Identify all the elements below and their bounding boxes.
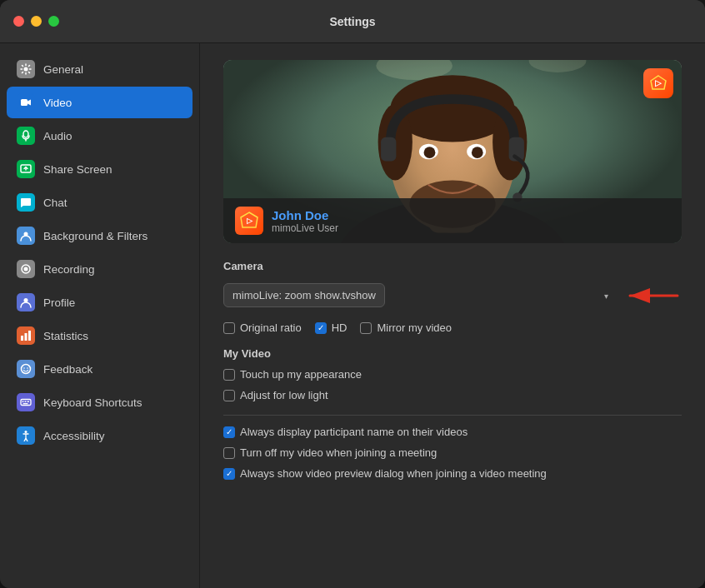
hd-checkbox[interactable] — [315, 322, 327, 334]
general-video-list: Always display participant name on their… — [223, 426, 682, 480]
svg-rect-20 — [23, 403, 28, 404]
video-options-row: Original ratio HD Mirror my video — [223, 321, 682, 334]
svg-text:▷: ▷ — [655, 78, 662, 87]
recording-label: Recording — [43, 263, 95, 276]
low-light-checkbox[interactable] — [223, 390, 235, 401]
window-controls — [13, 16, 59, 27]
statistics-icon — [17, 326, 35, 345]
svg-rect-11 — [25, 333, 28, 341]
svg-point-8 — [24, 267, 28, 272]
video-label: Video — [43, 97, 72, 109]
recording-icon — [17, 260, 35, 278]
profile-icon — [17, 293, 35, 311]
display-name-option[interactable]: Always display participant name on their… — [223, 426, 682, 438]
sidebar-item-general[interactable]: General — [7, 53, 192, 85]
turn-off-video-label: Turn off my video when joining a meeting — [240, 446, 437, 459]
sidebar-item-background[interactable]: Background & Filters — [7, 220, 192, 252]
svg-rect-19 — [28, 401, 30, 403]
svg-point-21 — [25, 431, 28, 433]
feedback-icon — [17, 360, 35, 378]
svg-point-0 — [24, 67, 28, 72]
video-preview: ▷ ▷ John Doe mimoLive User — [223, 60, 682, 243]
main-content: ▷ ▷ John Doe mimoLive User — [200, 43, 705, 588]
svg-rect-36 — [381, 137, 396, 162]
svg-rect-1 — [21, 99, 28, 106]
sidebar-item-profile[interactable]: Profile — [7, 287, 192, 318]
mimo-badge-video: ▷ — [643, 68, 673, 98]
general-icon — [17, 60, 35, 78]
camera-dropdown-wrapper: mimoLive: zoom show.tvshowFaceTime HD Ca… — [223, 283, 615, 307]
touch-up-checkbox[interactable] — [223, 369, 235, 381]
touch-up-option[interactable]: Touch up my appearance — [223, 368, 682, 381]
audio-icon — [17, 127, 35, 145]
show-preview-label: Always show video preview dialog when jo… — [240, 467, 547, 480]
user-subtitle: mimoLive User — [272, 222, 338, 234]
general-label: General — [43, 63, 83, 76]
mirror-checkbox[interactable] — [360, 322, 372, 334]
svg-point-35 — [472, 147, 483, 158]
profile-label: Profile — [43, 296, 75, 309]
show-preview-option[interactable]: Always show video preview dialog when jo… — [223, 467, 682, 480]
user-avatar: ▷ — [235, 207, 263, 235]
hd-option[interactable]: HD — [315, 321, 348, 334]
feedback-label: Feedback — [43, 363, 92, 376]
svg-rect-17 — [22, 401, 24, 403]
keyboard-label: Keyboard Shortcuts — [43, 396, 142, 409]
svg-point-34 — [424, 147, 436, 158]
sidebar-item-feedback[interactable]: Feedback — [7, 353, 192, 385]
sidebar-item-statistics[interactable]: Statistics — [7, 320, 192, 351]
background-label: Background & Filters — [43, 230, 148, 242]
original-ratio-label: Original ratio — [240, 321, 302, 334]
user-name: John Doe — [272, 208, 338, 222]
original-ratio-checkbox[interactable] — [223, 322, 235, 334]
maximize-button[interactable] — [48, 16, 59, 27]
display-name-checkbox[interactable] — [223, 426, 235, 438]
sidebar-item-chat[interactable]: Chat — [7, 187, 192, 218]
svg-point-14 — [23, 367, 25, 369]
background-icon — [17, 227, 35, 245]
display-name-label: Always display participant name on their… — [240, 426, 468, 438]
chat-icon — [17, 193, 35, 212]
camera-section-label: Camera — [223, 260, 682, 272]
red-arrow-annotation — [623, 281, 682, 310]
svg-rect-10 — [21, 336, 23, 341]
sidebar-item-accessibility[interactable]: Accessibility — [7, 420, 192, 451]
minimize-button[interactable] — [31, 16, 42, 27]
mirror-label: Mirror my video — [377, 321, 452, 334]
divider — [223, 415, 682, 416]
statistics-label: Statistics — [43, 330, 88, 342]
audio-label: Audio — [43, 130, 72, 142]
window-title: Settings — [329, 15, 375, 28]
turn-off-video-checkbox[interactable] — [223, 447, 235, 459]
svg-point-13 — [22, 365, 31, 374]
show-preview-checkbox[interactable] — [223, 468, 235, 480]
main-layout: General Video — [0, 43, 705, 588]
share-screen-label: Share Screen — [43, 163, 112, 176]
turn-off-video-option[interactable]: Turn off my video when joining a meeting — [223, 446, 682, 459]
share-screen-icon — [17, 160, 35, 178]
sidebar: General Video — [0, 43, 200, 588]
low-light-label: Adjust for low light — [240, 389, 328, 401]
chevron-down-icon: ▾ — [604, 291, 608, 300]
camera-dropdown-row: mimoLive: zoom show.tvshowFaceTime HD Ca… — [223, 281, 682, 310]
chat-label: Chat — [43, 197, 68, 209]
user-info-text: John Doe mimoLive User — [272, 208, 338, 234]
sidebar-item-audio[interactable]: Audio — [7, 120, 192, 152]
original-ratio-option[interactable]: Original ratio — [223, 321, 302, 334]
camera-dropdown[interactable]: mimoLive: zoom show.tvshowFaceTime HD Ca… — [223, 283, 385, 307]
sidebar-item-recording[interactable]: Recording — [7, 253, 192, 285]
sidebar-item-video[interactable]: Video — [7, 87, 192, 118]
sidebar-item-keyboard[interactable]: Keyboard Shortcuts — [7, 386, 192, 418]
my-video-label: My Video — [223, 347, 682, 360]
svg-rect-18 — [25, 401, 27, 403]
hd-label: HD — [332, 321, 348, 334]
close-button[interactable] — [13, 16, 24, 27]
accessibility-label: Accessibility — [43, 430, 105, 442]
mirror-option[interactable]: Mirror my video — [360, 321, 452, 334]
sidebar-item-share-screen[interactable]: Share Screen — [7, 153, 192, 185]
titlebar: Settings — [0, 0, 705, 43]
my-video-list: Touch up my appearance Adjust for low li… — [223, 368, 682, 401]
low-light-option[interactable]: Adjust for low light — [223, 389, 682, 401]
accessibility-icon — [17, 426, 35, 445]
video-icon — [17, 93, 35, 112]
